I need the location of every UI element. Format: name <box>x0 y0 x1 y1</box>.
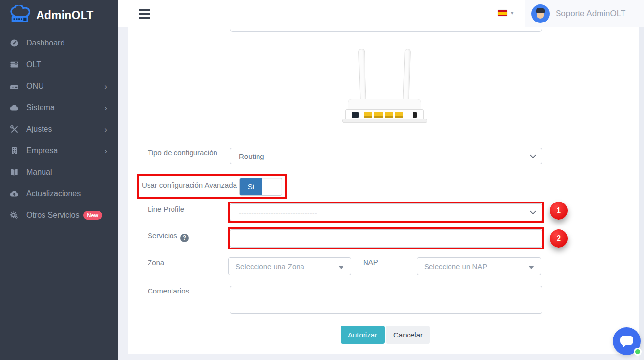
annotation-step-1: 1 <box>550 202 568 220</box>
actualizaciones-icon <box>9 188 20 199</box>
router-port <box>385 112 393 118</box>
toggle-on-label: Si <box>240 178 262 195</box>
comentarios-label: Comentarios <box>148 287 189 295</box>
sidebar-item-olt[interactable]: OLT <box>0 54 118 75</box>
chevron-right-icon: › <box>104 104 107 112</box>
servicios-label: Servicios? <box>148 231 189 242</box>
new-badge: New <box>83 211 102 220</box>
nap-placeholder: Seleccione un NAP <box>424 262 487 270</box>
topbar: ▾ Soporte AdminOLT <box>118 0 644 27</box>
sidebar-item-ajustes[interactable]: Ajustes › <box>0 118 118 140</box>
caret-down-icon: ▾ <box>511 10 514 16</box>
chevron-right-icon: › <box>104 82 107 90</box>
sidebar-item-label: OLT <box>26 60 41 69</box>
sidebar-item-label: Manual <box>26 168 52 177</box>
zona-select[interactable]: Seleccione una Zona <box>228 257 351 275</box>
zona-placeholder: Seleccione una Zona <box>236 262 304 270</box>
cancelar-button[interactable]: Cancelar <box>386 326 430 344</box>
router-port <box>413 112 417 118</box>
sidebar-item-label: Empresa <box>26 146 58 155</box>
sidebar-item-manual[interactable]: Manual <box>0 161 118 183</box>
vertical-scrollbar[interactable] <box>639 27 644 360</box>
hamburger-menu-icon[interactable] <box>139 9 150 19</box>
user-name: Soporte AdminOLT <box>556 9 625 19</box>
sidebar-item-empresa[interactable]: Empresa › <box>0 140 118 161</box>
avanzada-label: Usar configuración Avanzada <box>142 181 237 189</box>
tipo-configuracion-value: Routing <box>239 152 264 160</box>
dropdown-arrow-icon <box>528 266 534 269</box>
sidebar-item-sistema[interactable]: Sistema › <box>0 97 118 118</box>
onu-router-image <box>336 47 433 124</box>
language-selector[interactable]: ▾ <box>498 10 514 16</box>
app-logo[interactable]: AdminOLT <box>0 0 118 30</box>
annotation-step-2: 2 <box>550 229 568 248</box>
line-profile-select[interactable]: -------------------------------- <box>230 203 542 221</box>
sidebar-item-actualizaciones[interactable]: Actualizaciones <box>0 183 118 204</box>
chevron-right-icon: › <box>104 125 107 134</box>
dashboard-icon <box>9 38 20 48</box>
sistema-icon <box>9 102 20 113</box>
router-antenna <box>403 49 411 106</box>
nap-label: NAP <box>363 258 378 266</box>
user-menu[interactable]: Soporte AdminOLT <box>525 0 644 27</box>
line-profile-label: Line Profile <box>148 205 184 213</box>
router-port <box>364 112 372 118</box>
sidebar-item-onu[interactable]: ONU › <box>0 75 118 97</box>
sidebar-item-label: ONU <box>26 82 44 90</box>
avatar <box>531 4 550 23</box>
chat-bubble-icon <box>620 336 633 345</box>
online-status-dot <box>634 348 642 356</box>
sidebar-item-label: Actualizaciones <box>26 189 81 198</box>
app-title: AdminOLT <box>36 9 93 22</box>
zona-label: Zona <box>148 258 164 267</box>
avanzada-toggle[interactable]: Si <box>239 178 282 196</box>
sidebar-item-label: Otros Servicios <box>26 211 79 220</box>
help-icon[interactable]: ? <box>180 234 189 242</box>
empresa-icon <box>9 145 20 156</box>
comentarios-textarea[interactable] <box>230 286 542 314</box>
sidebar-item-label: Ajustes <box>26 125 52 134</box>
chat-widget-button[interactable] <box>613 327 641 355</box>
olt-icon <box>9 59 20 70</box>
sidebar-item-otros-servicios[interactable]: Otros Servicios New <box>0 204 118 226</box>
autorizar-button[interactable]: Autorizar <box>341 326 385 344</box>
otros-servicios-icon <box>9 210 20 221</box>
cloud-router-logo-icon <box>8 5 32 25</box>
ajustes-icon <box>9 124 20 135</box>
clipped-field-top <box>230 27 542 32</box>
line-profile-value: -------------------------------- <box>239 208 317 217</box>
spain-flag-icon <box>498 10 507 16</box>
chevron-right-icon: › <box>104 147 107 155</box>
router-port <box>395 112 403 118</box>
sidebar-item-dashboard[interactable]: Dashboard <box>0 32 118 54</box>
nap-select[interactable]: Seleccione un NAP <box>417 257 541 275</box>
sidebar-item-label: Sistema <box>26 103 55 112</box>
tipo-configuracion-select[interactable]: Routing <box>230 148 542 164</box>
sidebar-menu: Dashboard OLT ONU › Sistema › <box>0 32 118 226</box>
chevron-down-icon <box>530 208 536 215</box>
onu-icon <box>9 81 20 91</box>
chevron-down-icon <box>530 152 536 158</box>
manual-icon <box>9 167 20 178</box>
sidebar-item-label: Dashboard <box>26 39 64 47</box>
router-base <box>342 119 427 123</box>
tipo-configuracion-label: Tipo de configuración <box>148 148 217 157</box>
onu-authorize-form-card: Tipo de configuración Routing Usar confi… <box>128 27 639 354</box>
router-port <box>352 112 359 118</box>
router-antenna <box>358 49 366 106</box>
sidebar: AdminOLT Dashboard OLT ONU › Sist <box>0 0 118 360</box>
router-port <box>374 112 383 118</box>
dropdown-arrow-icon <box>338 266 344 269</box>
servicios-input[interactable] <box>230 229 542 248</box>
